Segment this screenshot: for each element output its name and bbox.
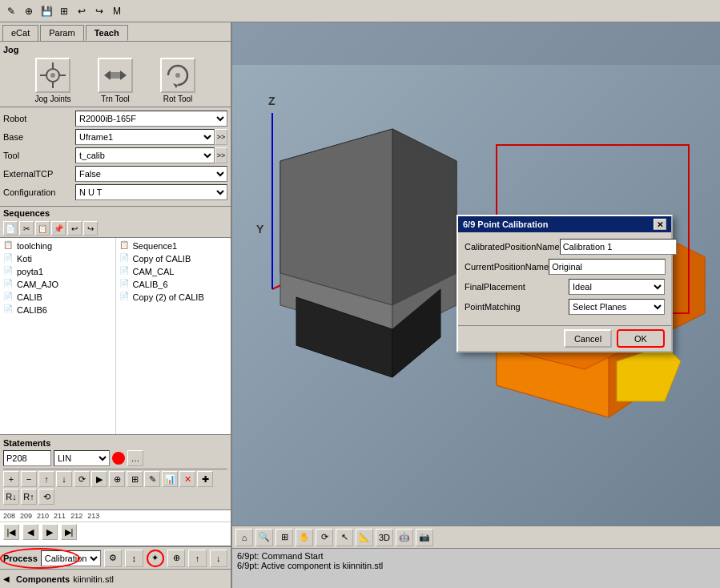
seq-icon-poyta1: 📄	[3, 266, 14, 277]
tl-fwd-btn[interactable]: ▶|	[61, 524, 77, 540]
tab-param[interactable]: Param	[40, 25, 83, 41]
statement-position-input[interactable]	[3, 450, 51, 466]
pointmatching-select[interactable]: Select Planes	[569, 299, 665, 315]
seq-item-cam-cal[interactable]: 📄 CAM_CAL	[118, 265, 230, 278]
toolbar-icon-save[interactable]: 💾	[38, 3, 54, 19]
externaltcp-select[interactable]: False	[75, 166, 227, 182]
process-btn-3[interactable]: ✦	[147, 550, 164, 567]
process-btn-1[interactable]: ⚙	[104, 550, 122, 567]
dialog-ok-btn[interactable]: OK	[617, 329, 665, 348]
tl-num-210: 210	[37, 512, 49, 520]
robot-label: Robot	[3, 114, 75, 123]
stmt-insert-btn[interactable]: ⊕	[109, 471, 125, 487]
nav-btn-fit[interactable]: ⊞	[276, 529, 293, 546]
stmt-play-btn[interactable]: ▶	[91, 471, 107, 487]
robot-select[interactable]: R2000iB-165F	[75, 111, 227, 127]
seq-item-koti[interactable]: 📄 Koti	[2, 252, 114, 265]
seq-item-toolching[interactable]: 📋 toolching	[2, 240, 114, 252]
toolbar-icon-m[interactable]: M	[109, 3, 125, 19]
process-btn-5[interactable]: ↑	[188, 550, 206, 567]
dialog-close-btn[interactable]: ✕	[654, 219, 666, 230]
stmt-move-dn-btn[interactable]: ↓	[56, 471, 72, 487]
toolbar-icon-redo[interactable]: ↪	[91, 3, 107, 19]
finalplacement-select[interactable]: Ideal	[569, 279, 665, 295]
statement-type-select[interactable]: LIN	[54, 450, 110, 466]
tl-num-212: 212	[70, 512, 82, 520]
tab-teach[interactable]: Teach	[86, 25, 128, 41]
nav-btn-pan[interactable]: ✋	[296, 529, 313, 546]
process-label: Process	[3, 554, 38, 563]
tl-back-btn[interactable]: |◀	[3, 524, 19, 540]
process-btn-6[interactable]: ↓	[210, 550, 227, 567]
trn-tool-btn[interactable]: Trn Tool	[87, 58, 143, 103]
seq-item-calib[interactable]: 📄 CALIB	[2, 291, 114, 304]
calibname-input[interactable]	[560, 239, 677, 255]
seq-redo-btn[interactable]: ↪	[83, 221, 98, 236]
tab-ecat[interactable]: eCat	[2, 25, 38, 41]
jog-joints-btn[interactable]: Jog Joints	[25, 58, 81, 103]
comp-nav-arrow[interactable]: ◀	[3, 574, 13, 584]
seq-item-calib6[interactable]: 📄 CALIB6	[2, 304, 114, 316]
record-btn[interactable]	[112, 452, 125, 465]
nav-btn-3d[interactable]: 3D	[376, 529, 393, 546]
process-select[interactable]: Calibration	[41, 550, 101, 566]
nav-btn-measure[interactable]: 📐	[356, 529, 373, 546]
seq-item-sequence1[interactable]: 📋 Sequence1	[118, 240, 230, 252]
tool-select[interactable]: t_calib	[75, 147, 215, 163]
stmt-chart-btn[interactable]: 📊	[162, 471, 178, 487]
nav-btn-robot[interactable]: 🤖	[396, 529, 413, 546]
nav-btn-select[interactable]: ↖	[336, 529, 353, 546]
stmt-x-btn[interactable]: ✕	[179, 471, 195, 487]
process-btn-2[interactable]: ↕	[125, 550, 143, 567]
stmt-copy2-btn[interactable]: ⊞	[127, 471, 143, 487]
nav-btn-home[interactable]: ⌂	[235, 529, 253, 546]
stmt-edit-btn[interactable]: ✎	[144, 471, 160, 487]
toolbar-icon-edit[interactable]: ✎	[3, 3, 19, 19]
seq-item-cam-ajo[interactable]: 📄 CAM_AJO	[2, 278, 114, 291]
seq-item-copy-calib[interactable]: 📄 Copy of CALIB	[118, 252, 230, 265]
seq-copy-btn[interactable]: 📋	[35, 221, 50, 236]
jog-title: Jog	[3, 45, 227, 54]
seq-new-btn[interactable]: 📄	[3, 221, 18, 236]
config-select[interactable]: N U T	[75, 184, 227, 200]
stmt-more-btn[interactable]: …	[127, 450, 143, 466]
tl-prev-btn[interactable]: ◀	[22, 524, 38, 540]
toolbar-icon-undo[interactable]: ↩	[74, 3, 90, 19]
stmt-add-btn[interactable]: +	[3, 471, 19, 487]
base-arrow-btn[interactable]: >>	[215, 129, 227, 145]
seq-item-calib-6[interactable]: 📄 CALIB_6	[118, 278, 230, 291]
dialog-row-currentpos: CurrentPositionName	[465, 259, 665, 275]
currentpos-input[interactable]	[549, 259, 666, 275]
stmt-move-up-btn[interactable]: ↑	[38, 471, 54, 487]
tl-next-btn[interactable]: ▶	[42, 524, 58, 540]
info-line-1: 6/9pt: Command Start	[237, 551, 715, 561]
rot-tool-btn[interactable]: Rot Tool	[150, 58, 206, 103]
seq-cut-btn[interactable]: ✂	[19, 221, 34, 236]
timeline-numbers: 208 209 210 211 212 213	[0, 510, 231, 522]
seq-item-copy2-calib[interactable]: 📄 Copy (2) of CALIB	[118, 291, 230, 304]
tool-arrow-btn[interactable]: >>	[215, 147, 227, 163]
seq-label-toolching: toolching	[17, 241, 52, 251]
stmt-cross-btn[interactable]: ✚	[197, 471, 213, 487]
seq-icon-sequence1: 📋	[119, 240, 131, 252]
svg-marker-9	[173, 83, 178, 88]
nav-btn-zoom[interactable]: 🔍	[255, 529, 273, 546]
toolbar-icon-copy[interactable]: ⊞	[56, 3, 72, 19]
stmt-minus-btn[interactable]: −	[21, 471, 37, 487]
stmt-reset-btn[interactable]: ⟲	[38, 489, 54, 505]
seq-undo-btn[interactable]: ↩	[67, 221, 82, 236]
base-select[interactable]: Uframe1	[75, 129, 215, 145]
nav-btn-cam[interactable]: 📷	[416, 529, 433, 546]
stmt-loop-btn[interactable]: ⟳	[74, 471, 90, 487]
form-row-externaltcp: ExternalTCP False	[3, 166, 227, 182]
stmt-r2-btn[interactable]: R↑	[21, 489, 37, 505]
jog-buttons: Jog Joints Trn Tool	[3, 58, 227, 103]
dialog-cancel-btn[interactable]: Cancel	[564, 329, 612, 348]
seq-paste-btn[interactable]: 📌	[51, 221, 66, 236]
seq-item-poyta1[interactable]: 📄 poyta1	[2, 265, 114, 278]
stmt-r-btn[interactable]: R↓	[3, 489, 19, 505]
toolbar-icon-find[interactable]: ⊕	[21, 3, 37, 19]
nav-btn-rotate[interactable]: ⟳	[316, 529, 333, 546]
process-btn-4[interactable]: ⊕	[167, 550, 185, 567]
tl-num-209: 209	[20, 512, 32, 520]
